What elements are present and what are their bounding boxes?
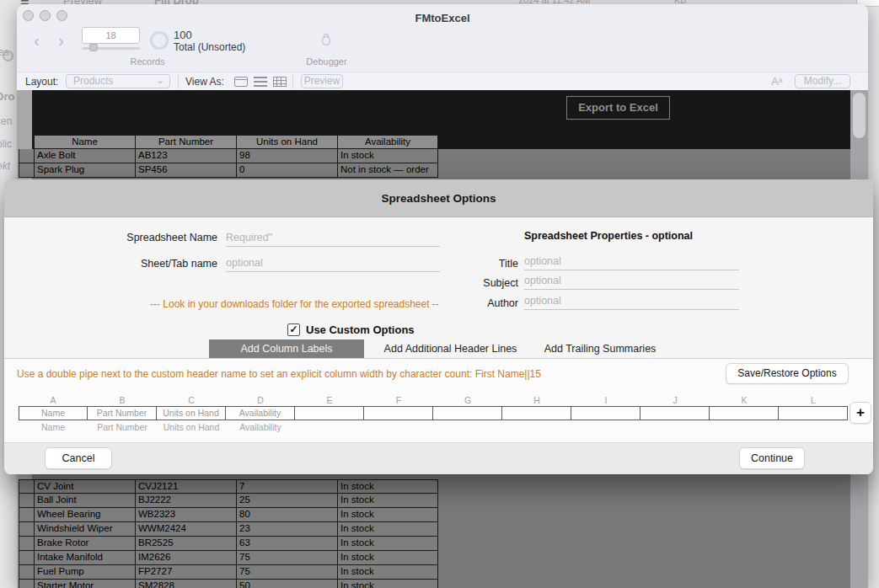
cell-name[interactable]: Starter Motor bbox=[34, 580, 135, 588]
table-row[interactable]: Windshield Wiper WWM2424 23 In stock bbox=[19, 522, 438, 537]
cell-units[interactable]: 75 bbox=[236, 551, 337, 565]
cancel-button[interactable]: Cancel bbox=[45, 447, 112, 469]
cell-name[interactable]: Fuel Pump bbox=[34, 565, 135, 580]
cell-availability[interactable]: In stock bbox=[337, 537, 438, 551]
found-set-pie-icon[interactable] bbox=[150, 31, 169, 50]
cell-units[interactable]: 25 bbox=[236, 494, 337, 508]
record-gutter[interactable] bbox=[19, 522, 34, 537]
cell-availability[interactable]: In stock bbox=[337, 494, 438, 508]
cell-name[interactable]: Ball Joint bbox=[34, 494, 135, 508]
cell-units[interactable]: 0 bbox=[236, 163, 337, 178]
record-gutter[interactable] bbox=[19, 508, 34, 522]
column-header[interactable]: Availability bbox=[337, 135, 438, 149]
cell-part-number[interactable]: CVJ2121 bbox=[135, 479, 236, 494]
cell-availability[interactable]: In stock bbox=[337, 551, 438, 565]
record-gutter[interactable] bbox=[19, 163, 34, 178]
author-input[interactable] bbox=[524, 291, 739, 310]
table-row[interactable]: Intake Manifold IM2626 75 In stock bbox=[19, 551, 438, 565]
cell-part-number[interactable]: BR2525 bbox=[135, 537, 236, 551]
form-view-icon[interactable] bbox=[234, 77, 248, 87]
cell-name[interactable]: Brake Rotor bbox=[34, 537, 135, 551]
column-header[interactable]: Part Number bbox=[135, 135, 236, 149]
grid-cell[interactable] bbox=[502, 406, 571, 420]
grid-cell[interactable] bbox=[779, 406, 848, 420]
cell-units[interactable]: 80 bbox=[236, 508, 337, 522]
grid-cell[interactable]: Name bbox=[19, 406, 88, 420]
save-restore-options-button[interactable]: Save/Restore Options bbox=[726, 363, 849, 384]
cell-availability[interactable]: In stock bbox=[337, 149, 438, 163]
table-row[interactable]: Fuel Pump FP2727 75 In stock bbox=[19, 565, 438, 580]
use-custom-options-checkbox[interactable]: ✓ bbox=[287, 323, 300, 336]
grid-cell[interactable] bbox=[571, 406, 640, 420]
grid-cell[interactable]: Units on Hand bbox=[157, 406, 226, 420]
next-record-button[interactable]: › bbox=[58, 32, 64, 49]
cell-availability[interactable]: In stock bbox=[337, 479, 438, 494]
table-row[interactable]: Starter Motor SM2828 50 In stock bbox=[19, 580, 438, 588]
table-row[interactable]: Axle Bolt AB123 98 In stock bbox=[19, 149, 438, 163]
record-slider-thumb[interactable] bbox=[89, 44, 98, 51]
cell-part-number[interactable]: SP456 bbox=[135, 163, 236, 178]
grid-cell[interactable]: Availability bbox=[226, 406, 295, 420]
text-format-icon[interactable]: Aᵃ bbox=[771, 75, 783, 88]
cell-units[interactable]: 7 bbox=[236, 479, 337, 494]
cell-part-number[interactable]: WWM2424 bbox=[135, 522, 236, 537]
add-column-button[interactable]: + bbox=[850, 402, 871, 424]
record-gutter[interactable] bbox=[19, 537, 34, 551]
cell-units[interactable]: 50 bbox=[236, 580, 337, 588]
record-gutter[interactable] bbox=[19, 551, 34, 565]
cell-name[interactable]: Spark Plug bbox=[34, 163, 135, 178]
cell-units[interactable]: 63 bbox=[236, 537, 337, 551]
list-view-icon[interactable] bbox=[254, 77, 267, 87]
cell-availability[interactable]: Not in stock — order bbox=[337, 163, 438, 178]
cell-part-number[interactable]: SM2828 bbox=[135, 580, 236, 588]
cell-part-number[interactable]: WB2323 bbox=[135, 508, 236, 522]
cell-name[interactable]: Windshield Wiper bbox=[34, 522, 135, 537]
tab-add-additional-header-lines[interactable]: Add Additional Header Lines bbox=[373, 339, 528, 358]
record-gutter[interactable] bbox=[19, 479, 34, 494]
previous-record-button[interactable]: ‹ bbox=[34, 32, 40, 49]
grid-cell[interactable] bbox=[295, 406, 364, 420]
cell-availability[interactable]: In stock bbox=[337, 522, 438, 537]
export-to-excel-button[interactable]: Export to Excel bbox=[566, 96, 670, 120]
subject-input[interactable] bbox=[524, 271, 739, 290]
cell-name[interactable]: CV Joint bbox=[34, 479, 135, 494]
record-gutter[interactable] bbox=[19, 494, 34, 508]
table-row[interactable]: CV Joint CVJ2121 7 In stock bbox=[19, 479, 438, 494]
cell-availability[interactable]: In stock bbox=[337, 508, 438, 522]
table-row[interactable]: Ball Joint BJ2222 25 In stock bbox=[19, 494, 438, 508]
cell-units[interactable]: 98 bbox=[236, 149, 337, 163]
preview-button[interactable]: Preview bbox=[301, 74, 343, 88]
cell-name[interactable]: Intake Manifold bbox=[34, 551, 135, 565]
table-row[interactable]: Brake Rotor BR2525 63 In stock bbox=[19, 537, 438, 551]
cell-name[interactable]: Wheel Bearing bbox=[34, 508, 135, 522]
cell-part-number[interactable]: AB123 bbox=[135, 149, 236, 163]
grid-cell[interactable] bbox=[710, 406, 779, 420]
cell-units[interactable]: 23 bbox=[236, 522, 337, 537]
cell-name[interactable]: Axle Bolt bbox=[34, 149, 135, 163]
debugger-icon[interactable] bbox=[320, 33, 330, 45]
layout-dropdown[interactable]: Products ⌄ bbox=[66, 74, 170, 88]
grid-cell[interactable] bbox=[433, 406, 502, 420]
scrollbar-thumb[interactable] bbox=[853, 93, 866, 138]
column-header[interactable]: Units on Hand bbox=[236, 135, 337, 149]
table-row[interactable]: Spark Plug SP456 0 Not in stock — order bbox=[19, 163, 438, 178]
modify-button[interactable]: Modify... bbox=[795, 74, 850, 88]
title-input[interactable] bbox=[524, 252, 739, 270]
record-gutter[interactable] bbox=[19, 580, 34, 588]
tab-add-column-labels[interactable]: Add Column Labels bbox=[209, 339, 364, 358]
table-row[interactable]: Wheel Bearing WB2323 80 In stock bbox=[19, 508, 438, 522]
sheet-tab-name-input[interactable] bbox=[226, 254, 440, 272]
cell-part-number[interactable]: IM2626 bbox=[135, 551, 236, 565]
grid-cell[interactable] bbox=[364, 406, 433, 420]
cell-part-number[interactable]: BJ2222 bbox=[135, 494, 236, 508]
record-gutter[interactable] bbox=[19, 565, 34, 580]
continue-button[interactable]: Continue bbox=[739, 447, 805, 469]
spreadsheet-name-input[interactable] bbox=[226, 228, 440, 247]
cell-part-number[interactable]: FP2727 bbox=[135, 565, 236, 580]
table-view-icon[interactable] bbox=[273, 77, 287, 87]
grid-cell[interactable]: Part Number bbox=[88, 406, 157, 420]
grid-cell[interactable] bbox=[640, 406, 710, 420]
tab-add-trailing-summaries[interactable]: Add Trailing Summaries bbox=[537, 339, 663, 358]
column-header[interactable]: Name bbox=[34, 135, 135, 149]
cell-availability[interactable]: In stock bbox=[337, 580, 438, 588]
